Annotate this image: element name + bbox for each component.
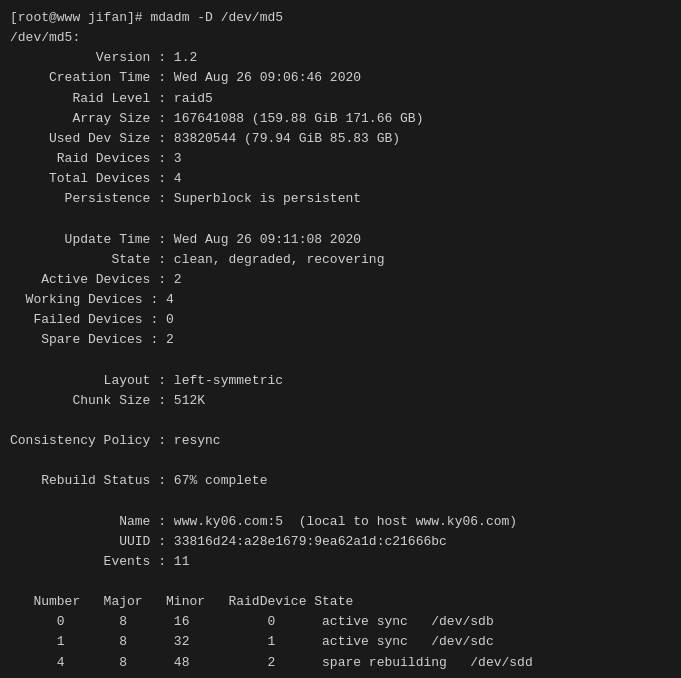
spacer-1	[10, 209, 671, 229]
field-rebuild-status: Rebuild Status : 67% complete	[10, 471, 671, 491]
field-active-devices: Active Devices : 2	[10, 270, 671, 290]
field-state: State : clean, degraded, recovering	[10, 250, 671, 270]
field-failed-devices: Failed Devices : 0	[10, 310, 671, 330]
spacer-2	[10, 350, 671, 370]
field-raid-level: Raid Level : raid5	[10, 89, 671, 109]
spacer-7	[10, 673, 671, 678]
field-events: Events : 11	[10, 552, 671, 572]
table-row-1: 1 8 32 1 active sync /dev/sdc	[10, 632, 671, 652]
field-uuid: UUID : 33816d24:a28e1679:9ea62a1d:c21666…	[10, 532, 671, 552]
table-header: Number Major Minor RaidDevice State	[10, 592, 671, 612]
field-persistence: Persistence : Superblock is persistent	[10, 189, 671, 209]
field-version: Version : 1.2	[10, 48, 671, 68]
table-row-0: 0 8 16 0 active sync /dev/sdb	[10, 612, 671, 632]
device-title: /dev/md5:	[10, 28, 671, 48]
field-raid-devices: Raid Devices : 3	[10, 149, 671, 169]
field-layout: Layout : left-symmetric	[10, 371, 671, 391]
field-creation-time: Creation Time : Wed Aug 26 09:06:46 2020	[10, 68, 671, 88]
spacer-3	[10, 411, 671, 431]
field-used-dev-size: Used Dev Size : 83820544 (79.94 GiB 85.8…	[10, 129, 671, 149]
field-spare-devices: Spare Devices : 2	[10, 330, 671, 350]
terminal-window: [root@www jifan]# mdadm -D /dev/md5 /dev…	[0, 0, 681, 678]
field-chunk-size: Chunk Size : 512K	[10, 391, 671, 411]
spacer-4	[10, 451, 671, 471]
command-prompt: [root@www jifan]# mdadm -D /dev/md5	[10, 8, 671, 28]
field-total-devices: Total Devices : 4	[10, 169, 671, 189]
table-row-4: 4 8 48 2 spare rebuilding /dev/sdd	[10, 653, 671, 673]
field-name: Name : www.ky06.com:5 (local to host www…	[10, 512, 671, 532]
spacer-5	[10, 491, 671, 511]
field-working-devices: Working Devices : 4	[10, 290, 671, 310]
spacer-6	[10, 572, 671, 592]
field-update-time: Update Time : Wed Aug 26 09:11:08 2020	[10, 230, 671, 250]
field-array-size: Array Size : 167641088 (159.88 GiB 171.6…	[10, 109, 671, 129]
field-consistency-policy: Consistency Policy : resync	[10, 431, 671, 451]
